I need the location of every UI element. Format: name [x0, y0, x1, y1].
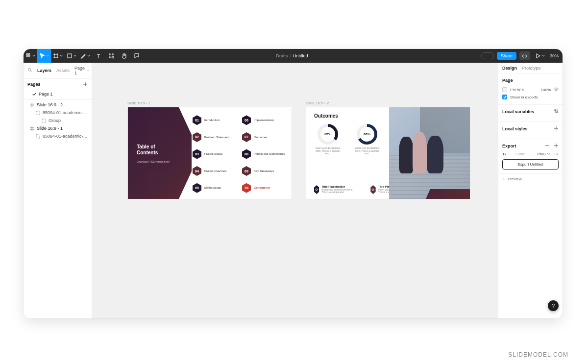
- export-preview-toggle[interactable]: Preview: [498, 174, 563, 184]
- svg-rect-4: [68, 54, 72, 58]
- figma-menu-button[interactable]: [24, 49, 37, 63]
- watermark: SLIDEMODEL.COM: [508, 351, 568, 358]
- group-icon: [36, 134, 40, 139]
- slide2-photo: [389, 107, 470, 199]
- chevron-right-icon: [502, 177, 506, 181]
- layer-row[interactable]: Slide 16:9 - 2: [24, 101, 92, 109]
- hexagon-badge: 08: [242, 149, 251, 159]
- shape-tool-button[interactable]: [65, 49, 78, 63]
- layer-row[interactable]: 85094-01-academic-presenta...: [24, 109, 92, 117]
- add-style-button[interactable]: [554, 126, 559, 132]
- hexagon-badge: 03: [193, 149, 201, 159]
- remove-export-button[interactable]: [545, 143, 550, 149]
- move-tool-button[interactable]: [37, 49, 51, 63]
- hexagon-badge: 05: [193, 183, 201, 193]
- frame-slide-2[interactable]: Outcomes 35%Insert your desired text her…: [306, 107, 470, 199]
- main-toolbar: Drafts / Untitled Share 30%: [24, 49, 563, 63]
- svg-rect-2: [28, 53, 30, 55]
- comment-tool-button[interactable]: [130, 49, 143, 63]
- frame-icon: [30, 126, 34, 131]
- help-button[interactable]: ?: [548, 300, 559, 311]
- breadcrumb[interactable]: Drafts / Untitled: [276, 53, 310, 58]
- group-icon: [42, 119, 46, 123]
- local-variables-header: Local variables: [502, 109, 534, 114]
- left-panel: Layers Assets Page 1 Pages Page 1 Slide …: [24, 63, 92, 318]
- breadcrumb-root: Drafts: [276, 53, 288, 58]
- tile-hex-icon: [314, 185, 319, 194]
- export-button[interactable]: Export Untitled: [502, 159, 559, 170]
- add-page-button[interactable]: [83, 82, 88, 87]
- svg-rect-11: [42, 119, 46, 122]
- bg-swatch[interactable]: [502, 87, 507, 92]
- hexagon-badge: 04: [193, 166, 201, 176]
- export-more-button[interactable]: ⋯: [554, 152, 559, 156]
- export-suffix-placeholder[interactable]: Suffix: [515, 152, 525, 156]
- svg-point-25: [556, 89, 557, 90]
- resources-button[interactable]: [105, 49, 118, 63]
- frame-label[interactable]: Slide 16:9 - 1: [127, 101, 150, 105]
- multiplayer-toggle[interactable]: [481, 52, 494, 59]
- page-selector[interactable]: Page 1: [74, 66, 89, 75]
- frame-tool-button[interactable]: [51, 49, 65, 63]
- zoom-dropdown[interactable]: 30%: [550, 53, 560, 58]
- frame-icon: [30, 103, 34, 107]
- svg-point-9: [28, 68, 31, 71]
- zoom-value: 30%: [550, 53, 559, 58]
- page-section-header: Page: [502, 78, 513, 83]
- hexagon-badge: 06: [242, 115, 251, 125]
- toc-item: 02Problem Statement: [193, 130, 238, 145]
- svg-rect-12: [36, 134, 40, 138]
- layer-row[interactable]: Slide 16:9 - 1: [24, 124, 92, 132]
- search-icon[interactable]: [27, 68, 32, 73]
- toc-grid: 01Introduction06Implementation02Problem …: [193, 113, 288, 195]
- app-window: Drafts / Untitled Share 30%: [24, 49, 563, 318]
- show-in-exports-label: Show in exports: [510, 95, 538, 99]
- tab-prototype[interactable]: Prototype: [522, 66, 541, 71]
- frame-label[interactable]: Slide 16:9 - 2: [306, 101, 329, 105]
- frame-slide-1[interactable]: Table of Contents Download FREE version …: [127, 107, 292, 199]
- show-in-exports-checkbox[interactable]: [502, 95, 507, 99]
- canvas[interactable]: Slide 16:9 - 1 Table of Contents Downloa…: [92, 63, 498, 318]
- breadcrumb-title: Untitled: [293, 53, 308, 58]
- hexagon-badge: 09: [242, 166, 251, 176]
- svg-rect-1: [26, 55, 28, 57]
- hand-tool-button[interactable]: [118, 49, 130, 63]
- donut-chart: 35%Insert your desired text here. This i…: [314, 123, 342, 155]
- tab-design[interactable]: Design: [502, 66, 517, 71]
- toc-item: 09Key Takeaways: [242, 164, 288, 178]
- group-icon: [36, 111, 40, 115]
- layers-list: Slide 16:9 - 285094-01-academic-presenta…: [24, 101, 92, 140]
- page-item[interactable]: Page 1: [24, 90, 92, 98]
- layer-row[interactable]: Group: [24, 117, 92, 124]
- donut-chart: 66%Insert your desired text here. This i…: [353, 123, 381, 155]
- svg-point-7: [109, 57, 110, 58]
- check-icon: [32, 92, 36, 96]
- present-button[interactable]: [533, 49, 547, 63]
- slide2-title: Outcomes: [314, 113, 338, 119]
- bg-opacity[interactable]: 100%: [541, 88, 551, 92]
- hexagon-badge: 10: [242, 183, 251, 193]
- bg-hex-value[interactable]: F5F5F5: [510, 88, 524, 92]
- export-scale[interactable]: 1x: [502, 152, 506, 156]
- pen-tool-button[interactable]: [78, 49, 92, 63]
- toc-item: 06Implementation: [242, 113, 288, 127]
- add-export-button[interactable]: [554, 143, 559, 149]
- local-styles-header: Local styles: [502, 126, 528, 131]
- share-button[interactable]: Share: [497, 52, 516, 60]
- export-format-select[interactable]: PNG: [538, 152, 550, 156]
- hexagon-badge: 07: [242, 132, 251, 142]
- text-tool-button[interactable]: [92, 49, 105, 63]
- variables-settings-icon[interactable]: [554, 109, 559, 115]
- svg-point-23: [372, 189, 374, 190]
- pages-header: Pages: [27, 82, 41, 87]
- hexagon-badge: 01: [193, 115, 201, 125]
- visibility-toggle[interactable]: [554, 87, 559, 93]
- layer-row[interactable]: 85094-01-academic-presenta...: [24, 132, 92, 140]
- svg-rect-8: [112, 57, 114, 58]
- breadcrumb-separator: /: [290, 53, 291, 58]
- tab-assets[interactable]: Assets: [56, 68, 70, 73]
- tab-layers[interactable]: Layers: [37, 68, 51, 73]
- dev-mode-button[interactable]: [519, 51, 530, 60]
- right-panel: Design Prototype Page F5F5F5 100% Show i…: [498, 63, 563, 318]
- toc-item: 04Project Overview: [193, 164, 238, 178]
